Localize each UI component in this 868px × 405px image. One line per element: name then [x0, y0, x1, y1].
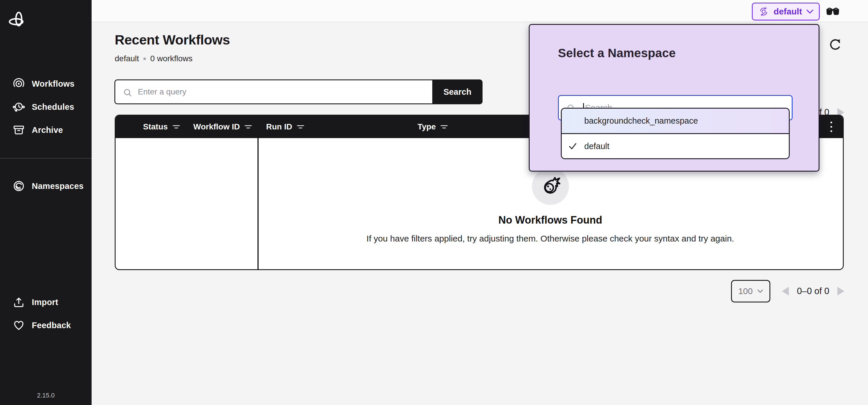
chevron-down-icon: [757, 289, 763, 293]
app-version: 2.15.0: [0, 392, 92, 399]
dot-separator: [143, 58, 146, 60]
namespace-panel-title: Select a Namespace: [558, 46, 676, 60]
filter-icon: [173, 124, 180, 130]
namespace-switcher-button[interactable]: default: [752, 3, 820, 21]
namespaces-icon: [12, 179, 25, 193]
checkmark-icon: [568, 142, 577, 151]
namespace-option-backgroundcheck[interactable]: backgroundcheck_namespace: [562, 108, 789, 134]
sidebar-item-label: Schedules: [32, 102, 74, 112]
sidebar-item-workflows[interactable]: Workflows: [0, 72, 92, 95]
pagination-bottom: 100 0–0 of 0: [731, 280, 844, 303]
namespace-switcher-label: default: [774, 7, 802, 17]
pagination-range: 0–0 of 0: [797, 286, 829, 297]
filter-icon: [297, 124, 304, 130]
query-input[interactable]: [115, 80, 432, 103]
refresh-icon[interactable]: [828, 37, 843, 52]
sidebar: Workflows Schedules Archive: [0, 0, 92, 405]
sidebar-item-label: Namespaces: [32, 181, 84, 191]
per-page-value: 100: [738, 286, 753, 296]
comet-icon: [539, 175, 562, 197]
app-root: Workflows Schedules Archive: [0, 0, 868, 405]
per-page-select[interactable]: 100: [731, 280, 770, 303]
sidebar-item-import[interactable]: Import: [0, 290, 92, 314]
prev-page-icon[interactable]: [782, 287, 789, 295]
labs-glasses-icon[interactable]: [826, 6, 840, 17]
subtitle-workflow-count: 0 workflows: [150, 54, 192, 63]
archive-icon: [12, 123, 25, 137]
namespace-option-default[interactable]: default: [562, 134, 789, 158]
search-button[interactable]: Search: [432, 80, 483, 104]
page-subtitle: default 0 workflows: [115, 54, 192, 63]
filter-icon: [244, 124, 252, 130]
sidebar-item-schedules[interactable]: Schedules: [0, 95, 92, 119]
workflow-query-bar: Search: [115, 80, 483, 104]
filter-icon: [440, 124, 448, 130]
sidebar-item-label: Import: [32, 298, 58, 307]
column-label: Status: [143, 122, 168, 131]
next-page-icon[interactable]: [837, 287, 844, 295]
column-header-status[interactable]: Status: [143, 116, 180, 138]
temporal-logo-icon[interactable]: [8, 11, 27, 29]
empty-state-title: No Workflows Found: [498, 214, 602, 226]
empty-state-badge: [532, 168, 569, 205]
empty-state-message: If you have filters applied, try adjusti…: [366, 234, 734, 244]
import-upload-icon: [12, 295, 25, 309]
column-header-type[interactable]: Type: [417, 116, 448, 138]
sidebar-item-namespaces[interactable]: Namespaces: [0, 175, 92, 197]
query-input-wrap: [115, 80, 432, 104]
column-label: Workflow ID: [193, 122, 240, 131]
page-title: Recent Workflows: [115, 32, 230, 48]
sidebar-item-label: Workflows: [32, 79, 74, 89]
column-header-run-id[interactable]: Run ID: [266, 116, 304, 138]
column-label: Run ID: [266, 122, 292, 131]
topbar: default: [92, 0, 868, 22]
column-header-workflow-id[interactable]: Workflow ID: [193, 116, 252, 138]
sidebar-item-feedback[interactable]: Feedback: [0, 314, 92, 337]
namespace-option-label: default: [584, 142, 610, 151]
namespace-list: backgroundcheck_namespace default: [561, 108, 790, 159]
feedback-heart-icon: [12, 319, 25, 332]
sidebar-item-label: Archive: [32, 125, 63, 135]
sidebar-divider: [0, 158, 92, 159]
table-menu-kebab-icon[interactable]: [825, 121, 838, 133]
sidebar-item-archive[interactable]: Archive: [0, 119, 92, 142]
subtitle-namespace: default: [115, 54, 139, 63]
column-label: Type: [417, 122, 436, 131]
namespace-select-panel: Select a Namespace backgroundcheck_names…: [529, 24, 819, 172]
workflows-icon: [12, 77, 25, 90]
chevron-down-icon: [806, 9, 814, 14]
sidebar-item-label: Feedback: [32, 321, 71, 330]
namespace-option-label: backgroundcheck_namespace: [584, 116, 698, 126]
namespace-switcher-icon: [758, 6, 770, 17]
schedules-icon: [12, 100, 25, 114]
